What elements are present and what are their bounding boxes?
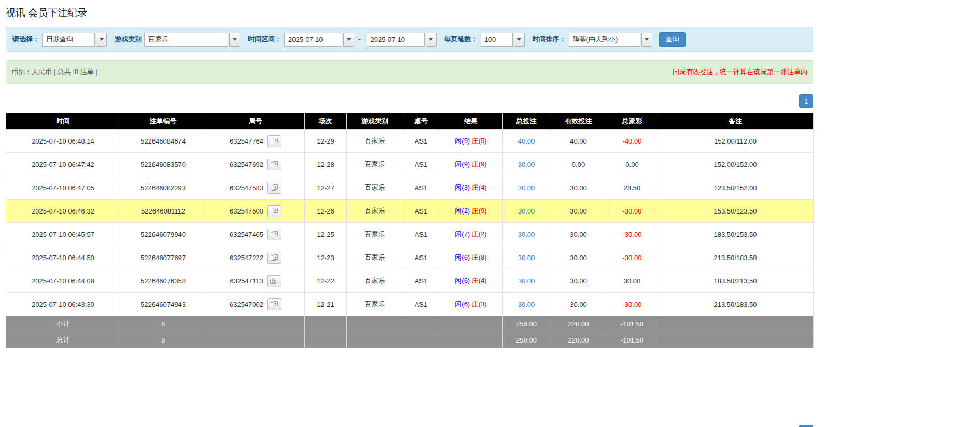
empty-cell bbox=[403, 332, 439, 348]
cell-remark: 123.50/152.00 bbox=[657, 176, 814, 200]
view-result-icon bbox=[271, 254, 278, 261]
cell-session: 12-23 bbox=[305, 246, 347, 269]
header-table: 桌号 bbox=[403, 113, 439, 130]
cell-time: 2025-07-10 06:47:05 bbox=[6, 176, 120, 200]
total-bet-link[interactable]: 30.00 bbox=[518, 231, 535, 238]
view-round-result-button[interactable] bbox=[267, 252, 281, 264]
total-bet-link[interactable]: 30.00 bbox=[518, 184, 535, 192]
query-type-input[interactable] bbox=[42, 33, 95, 47]
cell-session: 12-21 bbox=[305, 293, 347, 316]
date-from-dropdown-button[interactable] bbox=[343, 33, 354, 47]
cell-result: 闲(3) 庄(4) bbox=[439, 176, 503, 200]
cell-bet-id: 522646077697 bbox=[120, 246, 206, 269]
cell-payout: -30.00 bbox=[607, 223, 657, 246]
result-banker: 庄(4) bbox=[472, 183, 487, 191]
total-bet-link[interactable]: 30.00 bbox=[518, 254, 535, 262]
cell-result: 闲(9) 庄(5) bbox=[439, 130, 503, 153]
sort-combo bbox=[569, 33, 652, 47]
table-header: 时间 注单编号 局号 场次 游戏类别 桌号 结果 总投注 有效投注 总派彩 备注 bbox=[6, 113, 814, 130]
page-size-label: 每页笔数： bbox=[444, 35, 478, 44]
header-game-type: 游戏类别 bbox=[347, 113, 403, 130]
subtotal-valid-bet: 220.00 bbox=[550, 316, 607, 332]
table-row[interactable]: 2025-07-10 06:47:05522646082293632547583… bbox=[6, 176, 814, 200]
result-player: 闲(6) bbox=[455, 253, 470, 261]
result-player: 闲(9) bbox=[455, 160, 470, 168]
date-to-dropdown-button[interactable] bbox=[426, 33, 437, 47]
date-from-input[interactable] bbox=[284, 33, 342, 47]
view-round-result-button[interactable] bbox=[267, 275, 281, 287]
cell-result: 闲(9) 庄(9) bbox=[439, 153, 503, 176]
cell-total-bet: 30.00 bbox=[503, 246, 550, 269]
time-range-label: 时间区间： bbox=[248, 35, 282, 44]
cell-session: 12-28 bbox=[305, 153, 347, 176]
total-bet-link[interactable]: 30.00 bbox=[518, 301, 535, 308]
total-bet-link[interactable]: 30.00 bbox=[518, 207, 535, 215]
page-1-button-bottom[interactable]: 1 bbox=[799, 425, 813, 427]
total-bet-link[interactable]: 30.00 bbox=[518, 161, 535, 168]
summary-bar: 币别：人民币 | 总共 :8 注单 | 同局有效投注，统一计算在该局第一张注单内 bbox=[6, 60, 813, 84]
cell-payout: -40.00 bbox=[607, 130, 657, 153]
payout-value: -40.00 bbox=[623, 137, 642, 145]
chevron-down-icon bbox=[100, 38, 104, 41]
cell-round-id: 632547764 bbox=[206, 130, 305, 153]
pagination-bottom: 1 bbox=[6, 425, 813, 427]
result-player: 闲(2) bbox=[455, 207, 470, 215]
game-type-input[interactable] bbox=[144, 33, 228, 47]
search-button[interactable]: 查询 bbox=[659, 32, 686, 47]
table-row[interactable]: 2025-07-10 06:48:14522646084674632547764… bbox=[6, 130, 814, 153]
table-row[interactable]: 2025-07-10 06:43:30522646074943632547002… bbox=[6, 293, 814, 316]
table-row[interactable]: 2025-07-10 06:46:32522646081112632547500… bbox=[6, 200, 814, 223]
round-number: 632547583 bbox=[230, 184, 263, 192]
table-row[interactable]: 2025-07-10 06:44:50522646077697632547222… bbox=[6, 246, 814, 269]
result-player: 闲(6) bbox=[455, 300, 470, 308]
total-bet-link[interactable]: 30.00 bbox=[518, 277, 535, 285]
round-number: 632547002 bbox=[230, 301, 263, 308]
result-banker: 庄(4) bbox=[472, 277, 487, 284]
cell-total-bet: 40.00 bbox=[503, 130, 550, 153]
cell-valid-bet: 40.00 bbox=[550, 130, 607, 153]
header-remark: 备注 bbox=[657, 113, 814, 130]
result-banker: 庄(3) bbox=[472, 300, 487, 308]
cell-game-type: 百家乐 bbox=[347, 130, 403, 153]
view-round-result-button[interactable] bbox=[267, 182, 281, 194]
view-round-result-button[interactable] bbox=[267, 229, 281, 240]
table-row[interactable]: 2025-07-10 06:44:08522646076358632547113… bbox=[6, 269, 814, 293]
cell-game-type: 百家乐 bbox=[347, 269, 403, 293]
view-round-result-button[interactable] bbox=[267, 159, 281, 170]
cell-bet-id: 522646081112 bbox=[120, 200, 206, 223]
total-bet-link[interactable]: 40.00 bbox=[518, 137, 535, 145]
sort-dropdown-button[interactable] bbox=[641, 33, 652, 47]
payout-value: -30.00 bbox=[623, 301, 642, 308]
cell-round-id: 632547500 bbox=[206, 200, 305, 223]
empty-cell bbox=[439, 316, 503, 332]
view-result-icon bbox=[271, 138, 278, 144]
table-row[interactable]: 2025-07-10 06:45:57522646079940632547405… bbox=[6, 223, 814, 246]
view-round-result-button[interactable] bbox=[267, 135, 281, 147]
header-payout: 总派彩 bbox=[607, 113, 657, 130]
page-size-dropdown-button[interactable] bbox=[514, 33, 525, 47]
cell-game-type: 百家乐 bbox=[347, 200, 403, 223]
game-type-dropdown-button[interactable] bbox=[229, 33, 240, 47]
subtotal-payout: -101.50 bbox=[607, 316, 657, 332]
page-1-button[interactable]: 1 bbox=[799, 94, 813, 108]
table-row[interactable]: 2025-07-10 06:47:42522646083570632547692… bbox=[6, 153, 814, 176]
date-to-input[interactable] bbox=[367, 33, 425, 47]
subtotal-row: 小计 8 250.00 220.00 -101.50 bbox=[6, 316, 814, 332]
cell-bet-id: 522646084674 bbox=[120, 130, 206, 153]
round-number: 632547405 bbox=[230, 231, 263, 238]
view-round-result-button[interactable] bbox=[267, 205, 281, 217]
query-type-dropdown-button[interactable] bbox=[96, 33, 107, 47]
empty-cell bbox=[347, 332, 403, 348]
sort-input[interactable] bbox=[569, 33, 640, 47]
header-time: 时间 bbox=[6, 113, 120, 130]
view-round-result-button[interactable] bbox=[267, 298, 281, 310]
cell-time: 2025-07-10 06:43:30 bbox=[6, 293, 120, 316]
subtotal-count: 8 bbox=[120, 316, 206, 332]
view-result-icon bbox=[271, 208, 278, 214]
view-result-icon bbox=[271, 161, 278, 167]
header-session: 场次 bbox=[305, 113, 347, 130]
cell-payout: 30.00 bbox=[607, 269, 657, 293]
page-size-input[interactable] bbox=[481, 33, 513, 47]
empty-cell bbox=[305, 316, 347, 332]
pagination-top: 1 bbox=[6, 94, 813, 108]
